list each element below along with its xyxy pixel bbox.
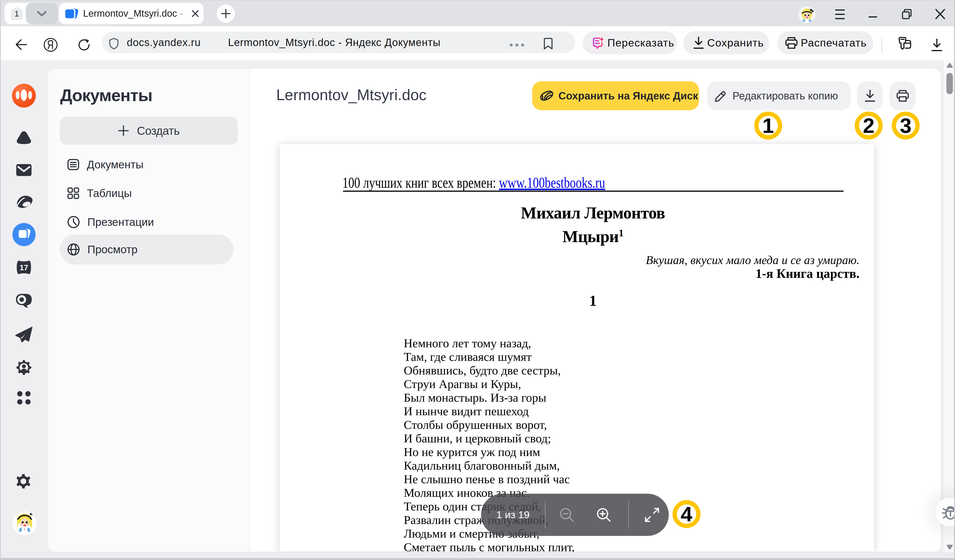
svg-text:17: 17 bbox=[20, 263, 28, 272]
